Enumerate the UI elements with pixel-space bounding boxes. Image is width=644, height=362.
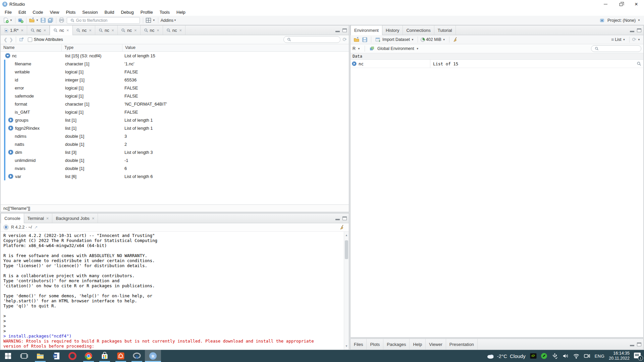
tray-nvidia-icon[interactable] [530, 353, 537, 359]
environment-scope-selector[interactable]: Global Environment [377, 46, 414, 51]
clock[interactable]: 16:14:35 20.11.2022 [609, 351, 630, 361]
table-row[interactable]: nclist [15] (S3: ncdf4)List of length 15 [1, 52, 349, 60]
close-icon[interactable]: × [21, 28, 23, 33]
language-indicator[interactable]: ENG [595, 354, 605, 359]
language-selector[interactable]: R [353, 46, 356, 51]
table-row[interactable]: idinteger [1]65536 [1, 76, 349, 84]
tray-speaker-icon[interactable] [562, 353, 569, 359]
table-row[interactable]: writablelogical [1]FALSE [1, 68, 349, 76]
column-header-type[interactable]: Type [62, 44, 122, 51]
minimize-pane-icon[interactable] [335, 31, 340, 32]
addins-menu[interactable]: Addins [161, 18, 173, 23]
environment-search-input[interactable] [600, 46, 639, 51]
inspect-icon[interactable] [637, 61, 641, 66]
close-icon[interactable]: × [112, 28, 114, 33]
project-selector[interactable]: R Project: (None) ▼ [598, 17, 641, 24]
table-row[interactable]: nattsdouble [1]2 [1, 140, 349, 148]
menu-build[interactable]: Build [101, 9, 118, 15]
open-file-icon[interactable] [29, 17, 35, 24]
table-row[interactable]: dimlist [3]List of length 3 [1, 148, 349, 156]
menu-edit[interactable]: Edit [15, 9, 29, 15]
viewer-search-input[interactable] [292, 37, 338, 42]
minimize-pane-icon[interactable] [630, 345, 634, 346]
close-icon[interactable]: × [92, 216, 95, 221]
table-row[interactable]: errorlogical [1]FALSE [1, 84, 349, 92]
table-row[interactable]: formatcharacter [1]'NC_FORMAT_64BIT' [1, 100, 349, 108]
menu-file[interactable]: File [1, 9, 15, 15]
goto-file-box[interactable] [67, 17, 140, 24]
source-tab-nc[interactable]: nc× [50, 25, 72, 35]
menu-code[interactable]: Code [29, 9, 46, 15]
environment-search-box[interactable] [591, 45, 641, 52]
taskbar-start[interactable] [0, 350, 16, 362]
close-button[interactable]: ✕ [629, 0, 644, 8]
console-output[interactable]: ▲ ▼ R version 4.2.2 (2022-10-31 ucrt) --… [1, 232, 349, 350]
show-attributes-checkbox[interactable] [28, 38, 32, 42]
maximize-pane-icon[interactable] [342, 217, 347, 220]
back-icon[interactable]: ❮ [4, 37, 7, 42]
save-icon[interactable] [40, 17, 47, 24]
taskbar-rstudio[interactable]: R [145, 350, 161, 362]
files-tab-help[interactable]: Help [410, 339, 426, 350]
memory-usage-label[interactable]: 402 MiB [426, 37, 441, 42]
chevron-down-icon[interactable]: ▼ [174, 19, 176, 22]
taskbar-chrome[interactable] [80, 350, 97, 362]
files-tab-viewer[interactable]: Viewer [426, 339, 446, 350]
scroll-up-icon[interactable]: ▲ [344, 233, 349, 238]
refresh-icon[interactable]: ⟳ [632, 37, 637, 43]
save-all-icon[interactable] [47, 17, 54, 24]
taskbar-task-view[interactable] [16, 350, 32, 362]
source-tab-nc[interactable]: nc× [95, 25, 118, 35]
console-tab-terminal[interactable]: Terminal× [24, 214, 53, 223]
list-view-selector[interactable]: List [615, 37, 621, 42]
chevron-down-icon[interactable]: ▼ [358, 47, 360, 50]
source-tab-nc[interactable]: nc× [141, 25, 163, 35]
table-row[interactable]: is_GMTlogical [1]FALSE [1, 108, 349, 116]
import-dataset-icon[interactable] [374, 36, 381, 43]
minimize-button[interactable] [598, 0, 613, 8]
table-row[interactable]: ndimsdouble [1]3 [1, 132, 349, 140]
console-scrollbar[interactable]: ▲ ▼ [344, 232, 349, 350]
taskbar-r-gui[interactable]: R [129, 350, 145, 362]
show-attributes-toggle[interactable]: Show Attributes [28, 37, 63, 42]
environment-tab-environment[interactable]: Environment [351, 25, 382, 35]
menu-debug[interactable]: Debug [117, 9, 137, 15]
taskbar-word[interactable]: W [48, 350, 64, 362]
environment-tab-connections[interactable]: Connections [403, 25, 434, 35]
forward-icon[interactable]: ❯ [9, 37, 13, 42]
close-icon[interactable]: × [179, 28, 182, 33]
minimize-pane-icon[interactable] [630, 31, 634, 32]
external-link-icon[interactable]: ↗ [34, 225, 38, 230]
chevron-down-icon[interactable]: ▼ [638, 38, 640, 41]
files-tab-files[interactable]: Files [351, 339, 367, 350]
expand-icon[interactable] [8, 174, 13, 179]
expand-icon[interactable] [8, 126, 13, 130]
expand-icon[interactable] [8, 118, 13, 122]
source-tab-nc[interactable]: nc× [27, 25, 50, 35]
goto-file-input[interactable] [76, 18, 138, 23]
source-tab-nc[interactable]: nc× [73, 25, 95, 35]
files-tab-presentation[interactable]: Presentation [446, 339, 478, 350]
tray-usb-icon[interactable] [551, 353, 558, 359]
open-new-window-icon[interactable] [18, 36, 25, 43]
table-row[interactable]: unlimdimiddouble [1]-1 [1, 156, 349, 164]
tray-razer-icon[interactable] [541, 353, 547, 359]
scrollbar-thumb[interactable] [345, 240, 348, 259]
console-tab-background-jobs[interactable]: Background Jobs× [52, 214, 98, 223]
minimize-pane-icon[interactable] [335, 219, 340, 220]
restore-button[interactable] [613, 0, 629, 8]
column-header-value[interactable]: Value [122, 44, 349, 51]
viewer-search-box[interactable] [283, 36, 340, 43]
table-row[interactable]: varlist [6]List of length 6 [1, 172, 349, 180]
chevron-down-icon[interactable]: ▼ [443, 38, 445, 41]
pane-layout-icon[interactable] [145, 17, 152, 24]
clear-console-icon[interactable] [339, 224, 346, 231]
environment-tab-history[interactable]: History [382, 25, 403, 35]
close-icon[interactable]: × [44, 28, 46, 33]
source-tab-1-r-[interactable]: R1.R*× [1, 25, 27, 35]
maximize-pane-icon[interactable] [342, 28, 347, 32]
source-tab-nc[interactable]: nc× [163, 25, 185, 35]
environment-tab-tutorial[interactable]: Tutorial [434, 25, 456, 35]
menu-plots[interactable]: Plots [62, 9, 79, 15]
tray-wifi-icon[interactable] [573, 353, 580, 359]
